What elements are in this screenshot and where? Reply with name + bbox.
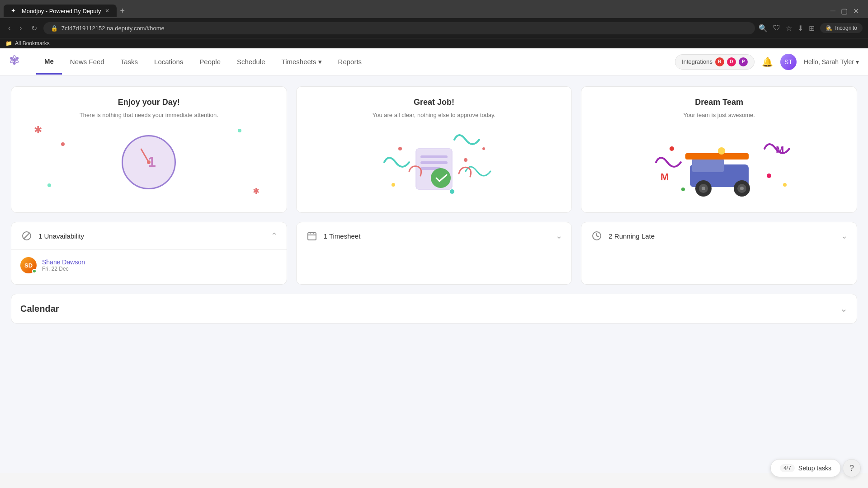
- tab-title: Moodjoy - Powered By Deputy: [22, 8, 101, 14]
- great-job-subtitle: You are all clear, nothing else to appro…: [373, 111, 495, 120]
- browser-chrome: ✦ Moodjoy - Powered By Deputy ✕ + ─ ▢ ✕ …: [0, 0, 868, 48]
- running-late-header[interactable]: 2 Running Late ⌄: [581, 222, 857, 249]
- no-sign-icon: [22, 231, 32, 241]
- person-name[interactable]: Shane Dawson: [42, 258, 85, 266]
- notifications-button[interactable]: 🔔: [762, 56, 773, 67]
- timesheet-chevron-icon[interactable]: ⌄: [556, 231, 562, 241]
- setup-tasks-button[interactable]: 4/7 Setup tasks: [770, 459, 841, 473]
- unavailability-chevron-icon[interactable]: ⌃: [271, 231, 278, 241]
- svg-line-35: [597, 236, 599, 237]
- integration-dot-1: R: [715, 57, 724, 66]
- active-tab[interactable]: ✦ Moodjoy - Powered By Deputy ✕: [4, 5, 117, 17]
- nav-item-tasks[interactable]: Tasks: [113, 50, 146, 74]
- toolbar-icons: 🔍 🛡 ☆ ⬇ ⊞ 🕵 Incognito: [759, 23, 863, 33]
- timesheet-label: 1 Timesheet: [324, 232, 551, 240]
- svg-text:M: M: [660, 171, 669, 183]
- nav-item-locations[interactable]: Locations: [146, 50, 191, 74]
- unavailability-body: SD Shane Dawson Fri, 22 Dec: [11, 249, 287, 284]
- nav-item-news-feed[interactable]: News Feed: [62, 50, 113, 74]
- nav-item-timesheets[interactable]: Timesheets ▾: [274, 50, 330, 74]
- greeting-text: Hello, Sarah Tyler: [804, 58, 854, 66]
- refresh-button[interactable]: ↻: [28, 22, 40, 34]
- forward-button[interactable]: ›: [17, 22, 24, 34]
- nav-item-people[interactable]: People: [191, 50, 229, 74]
- tab-close-button[interactable]: ✕: [105, 8, 109, 14]
- svg-point-25: [783, 183, 787, 187]
- setup-tasks-progress: 4/7: [780, 464, 795, 472]
- unavailability-header[interactable]: 1 Unavailability ⌃: [11, 222, 287, 249]
- svg-point-24: [767, 174, 771, 178]
- shield-icon: 🛡: [773, 24, 780, 32]
- timesheet-card: 1 Timesheet ⌄: [296, 222, 572, 285]
- great-job-illustration: [306, 120, 563, 206]
- dream-team-card: Dream Team Your team is just awesome.: [581, 86, 857, 213]
- svg-point-23: [670, 146, 674, 151]
- person-avatar: SD: [20, 257, 37, 273]
- app-logo[interactable]: ✾: [9, 53, 27, 71]
- address-bar[interactable]: 🔒 7cf47d19112152.na.deputy.com/#home: [43, 22, 755, 34]
- integrations-button[interactable]: Integrations R D P: [675, 54, 755, 70]
- svg-point-16: [702, 187, 705, 190]
- search-icon[interactable]: 🔍: [759, 24, 768, 33]
- running-late-label: 2 Running Late: [609, 232, 835, 240]
- minimize-button[interactable]: ─: [830, 7, 835, 15]
- dot-deco-1: [238, 129, 241, 132]
- unavailability-person-row: SD Shane Dawson Fri, 22 Dec: [20, 253, 278, 277]
- download-icon[interactable]: ⬇: [797, 24, 803, 33]
- svg-point-5: [431, 168, 451, 188]
- extensions-icon[interactable]: ⊞: [809, 24, 815, 33]
- running-late-card: 2 Running Late ⌄: [581, 222, 857, 285]
- calendar-header: Calendar ⌄: [20, 303, 848, 314]
- unavailability-icon: [20, 230, 33, 242]
- svg-rect-3: [420, 161, 448, 164]
- help-icon: ?: [849, 464, 854, 473]
- online-status-indicator: [32, 269, 37, 273]
- svg-rect-13: [685, 153, 749, 160]
- bookmarks-bar: 📁 All Bookmarks: [0, 38, 868, 48]
- integration-dot-2: D: [727, 57, 736, 66]
- info-cards-row: 1 Unavailability ⌃ SD Shane Dawson Fri, …: [11, 222, 857, 285]
- calendar-title: Calendar: [20, 304, 59, 314]
- lock-icon: 🔒: [51, 25, 58, 32]
- nav-item-me[interactable]: Me: [36, 49, 62, 75]
- greeting-chevron-icon: ▾: [856, 58, 859, 66]
- maximize-button[interactable]: ▢: [841, 7, 848, 15]
- url-text: 7cf47d19112152.na.deputy.com/#home: [61, 25, 165, 32]
- user-avatar[interactable]: ST: [780, 54, 797, 70]
- unavailability-card: 1 Unavailability ⌃ SD Shane Dawson Fri, …: [11, 222, 287, 285]
- bookmarks-folder-icon: 📁: [5, 40, 12, 47]
- calendar-chevron-icon[interactable]: ⌄: [840, 303, 848, 314]
- svg-rect-2: [420, 155, 448, 158]
- dot-deco-2: [47, 183, 51, 187]
- enjoy-day-illustration: ✱ ✱ 1: [20, 120, 278, 206]
- back-button[interactable]: ‹: [5, 22, 13, 34]
- person-initials: SD: [24, 262, 33, 269]
- running-late-chevron-icon[interactable]: ⌄: [841, 231, 848, 241]
- integrations-label: Integrations: [682, 58, 712, 65]
- new-tab-button[interactable]: +: [117, 5, 129, 18]
- timesheet-header[interactable]: 1 Timesheet ⌄: [297, 222, 572, 249]
- user-greeting[interactable]: Hello, Sarah Tyler ▾: [804, 58, 859, 66]
- nav-items: Me News Feed Tasks Locations People Sche…: [36, 49, 675, 75]
- svg-point-8: [450, 189, 454, 194]
- enjoy-day-subtitle: There is nothing that needs your immedia…: [80, 111, 218, 120]
- dream-team-subtitle: Your team is just awesome.: [683, 111, 755, 120]
- nav-item-reports[interactable]: Reports: [330, 50, 370, 74]
- close-window-button[interactable]: ✕: [853, 7, 859, 15]
- bookmarks-label: All Bookmarks: [15, 40, 50, 47]
- setup-tasks-label: Setup tasks: [798, 465, 831, 472]
- nav-item-schedule[interactable]: Schedule: [229, 50, 274, 74]
- svg-line-28: [24, 233, 29, 239]
- unavailability-label: 1 Unavailability: [38, 232, 265, 240]
- svg-rect-12: [692, 159, 724, 172]
- calendar-section: Calendar ⌄: [11, 294, 857, 324]
- window-controls: ─ ▢ ✕: [830, 7, 864, 15]
- enjoy-day-title: Enjoy your Day!: [118, 98, 180, 107]
- incognito-indicator: 🕵 Incognito: [820, 23, 863, 33]
- tab-favicon: ✦: [11, 7, 18, 14]
- clock-center-dot: [147, 160, 151, 164]
- star-deco-1: ✱: [34, 124, 42, 136]
- svg-point-7: [464, 158, 467, 162]
- bookmark-icon[interactable]: ☆: [786, 24, 792, 33]
- svg-point-20: [718, 147, 725, 155]
